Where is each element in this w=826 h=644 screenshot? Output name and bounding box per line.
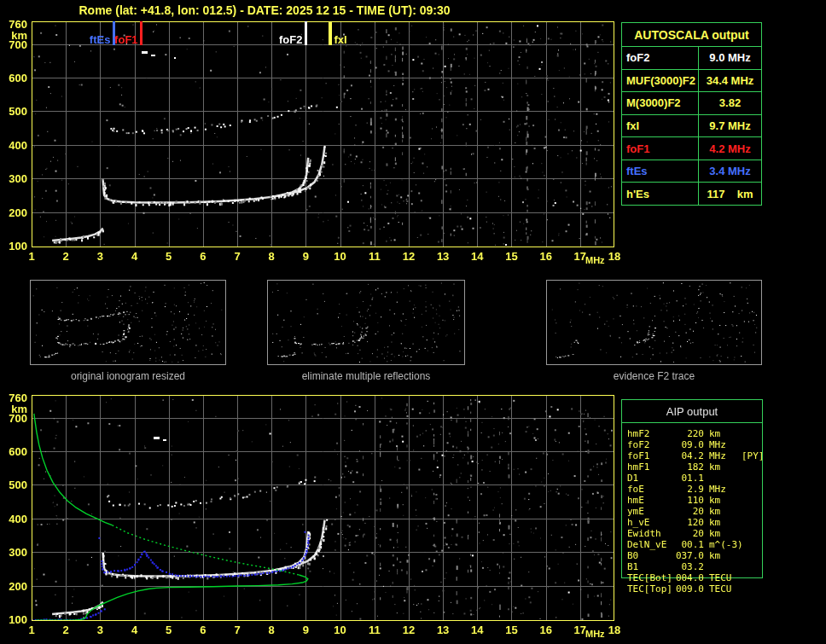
x-tick-label: 16 xyxy=(535,251,557,262)
param-note: [PY] xyxy=(742,450,765,461)
param-value: 009.0 xyxy=(675,583,704,595)
param-label: h_vE xyxy=(627,517,675,528)
x-tick-label: 14 xyxy=(466,251,488,262)
aip-row-hmf2: hmF2220km xyxy=(627,428,777,439)
param-value: 004.0 xyxy=(675,572,704,583)
aip-row-foe: foE2.9MHz xyxy=(627,484,777,495)
row-value: 9.7 MHz xyxy=(699,115,761,137)
x-tick-label: 9 xyxy=(294,624,317,635)
row-value: 34.4 MHz xyxy=(699,70,761,92)
param-unit: km xyxy=(709,506,742,517)
y-tick-label: 500 xyxy=(2,479,27,490)
x-tick-label: 2 xyxy=(55,251,77,262)
x-tick-label: 15 xyxy=(500,624,522,635)
table-row-m3000f2: M(3000)F2 3.82 xyxy=(622,92,761,115)
fof1-marker-label: foF1 xyxy=(102,34,138,45)
y-tick-label: 300 xyxy=(2,547,27,558)
aip-row-b1: B103.2 xyxy=(627,561,777,572)
row-label: fxI xyxy=(622,115,699,137)
param-label: Ewidth xyxy=(627,528,675,539)
aip-parameter-list: hmF2220km foF209.0MHz foF104.2MHz[PY] hm… xyxy=(627,428,777,595)
param-unit: TECU xyxy=(709,583,742,595)
param-label: ymE xyxy=(627,506,675,517)
autoscala-screen: Rome (lat: +41.8, lon: 012.5) - DATE: 20… xyxy=(0,0,826,644)
y-tick-label: 100 xyxy=(2,614,27,625)
y-tick-label: 300 xyxy=(2,173,27,184)
param-unit: MHz xyxy=(709,450,742,461)
x-tick-label: 14 xyxy=(466,624,488,635)
x-tick-label: 6 xyxy=(192,251,214,262)
param-unit: km xyxy=(709,495,742,506)
autoscala-output-table: AUTOSCALA output foF2 9.0 MHz MUF(3000)F… xyxy=(621,22,762,206)
param-label: B0 xyxy=(627,550,675,561)
aip-row-tectop: TEC[Top]009.0TECU xyxy=(627,583,777,595)
fof2-marker-label: foF2 xyxy=(266,34,302,45)
table-row-fof2: foF2 9.0 MHz xyxy=(622,47,761,70)
row-value: 4.2 MHz xyxy=(699,137,761,160)
param-label: foF1 xyxy=(627,450,675,461)
fof1-marker-line xyxy=(140,21,143,45)
param-value: 04.2 xyxy=(675,450,704,461)
x-tick-label: 15 xyxy=(500,251,522,262)
param-value: 182 xyxy=(675,461,704,473)
aip-row-hve: h_vE120km xyxy=(627,517,777,528)
row-label: ftEs xyxy=(622,160,699,183)
y-tick-label: 760 xyxy=(2,392,27,403)
param-unit xyxy=(709,561,742,572)
x-tick-label: 11 xyxy=(364,251,386,262)
thumbnail-caption-eliminate: eliminate multiple reflections xyxy=(267,370,465,382)
autoscala-table-header: AUTOSCALA output xyxy=(622,23,761,47)
param-unit: MHz xyxy=(709,439,742,450)
row-label: MUF(3000)F2 xyxy=(622,70,699,92)
x-tick-label: 5 xyxy=(158,624,180,635)
x-tick-label: 5 xyxy=(158,251,180,262)
row-value: 3.4 MHz xyxy=(699,160,761,183)
param-value: 120 xyxy=(675,517,704,528)
table-row-hes: h'Es 117 km xyxy=(622,183,761,205)
aip-row-delnve: DelN_vE00.1m^(-3) xyxy=(627,539,777,550)
thumbnail-eliminate-multiple-reflections xyxy=(267,280,465,365)
thumbnail-evidence-f2-trace xyxy=(546,280,762,365)
top-x-axis-unit-label: MHz xyxy=(585,256,605,265)
x-tick-label: 12 xyxy=(398,251,420,262)
x-tick-label: 8 xyxy=(260,251,282,262)
param-value: 00.1 xyxy=(675,539,704,550)
param-value: 037.0 xyxy=(675,550,704,561)
x-tick-label: 16 xyxy=(535,624,557,635)
x-tick-label: 7 xyxy=(226,251,248,262)
table-row-ftes: ftEs 3.4 MHz xyxy=(622,160,761,183)
row-label: foF2 xyxy=(622,47,699,69)
table-row-muf3000f2: MUF(3000)F2 34.4 MHz xyxy=(622,70,761,93)
param-unit: km xyxy=(709,517,742,528)
y-tick-label: 400 xyxy=(2,140,27,151)
param-label: foE xyxy=(627,484,675,495)
x-tick-label: 12 xyxy=(398,624,420,635)
aip-row-d1: D101.1 xyxy=(627,473,777,484)
x-tick-label: 7 xyxy=(226,624,248,635)
row-label: foF1 xyxy=(622,137,699,160)
thumbnail-caption-evidence: evidence F2 trace xyxy=(546,370,762,382)
y-tick-label: 760 xyxy=(2,19,27,30)
aip-row-b0: B0037.0km xyxy=(627,550,777,561)
aip-row-yme: ymE20km xyxy=(627,506,777,517)
param-value: 110 xyxy=(675,495,704,506)
x-tick-label: 4 xyxy=(124,624,146,635)
x-tick-label: 18 xyxy=(603,251,625,262)
y-tick-label: 600 xyxy=(2,446,27,457)
x-tick-label: 6 xyxy=(192,624,214,635)
param-unit: km xyxy=(709,428,742,439)
row-label: h'Es xyxy=(622,183,699,205)
x-tick-label: 4 xyxy=(124,251,146,262)
x-tick-label: 3 xyxy=(89,624,111,635)
param-label: TEC[Bot] xyxy=(627,572,675,583)
param-label: TEC[Top] xyxy=(627,583,675,595)
y-tick-label: 100 xyxy=(2,241,27,252)
table-row-fof1: foF1 4.2 MHz xyxy=(622,137,761,160)
thumbnail-caption-original: original ionogram resized xyxy=(30,370,226,382)
x-tick-label: 13 xyxy=(432,624,454,635)
row-value: 3.82 xyxy=(699,92,761,114)
aip-row-ewidth: Ewidth20km xyxy=(627,528,777,539)
param-unit: km xyxy=(709,528,742,539)
aip-box-header: AIP output xyxy=(622,400,762,423)
x-tick-label: 3 xyxy=(89,251,111,262)
